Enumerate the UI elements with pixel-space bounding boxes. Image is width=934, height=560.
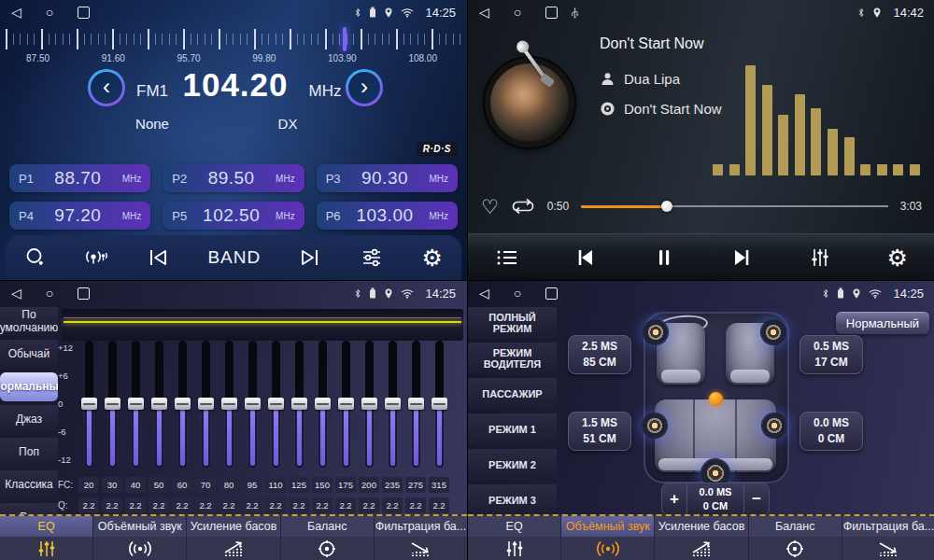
tab-eq[interactable]: EQ xyxy=(468,516,561,537)
fc-value[interactable]: 315 xyxy=(429,477,449,493)
slider-handle[interactable] xyxy=(268,398,284,410)
q-value[interactable]: 2.2 xyxy=(312,497,333,513)
recents-icon[interactable] xyxy=(545,287,558,300)
fc-value[interactable]: 275 xyxy=(405,477,426,493)
q-value[interactable]: 2.2 xyxy=(149,497,169,513)
mode-full[interactable]: ПОЛНЫЙ РЕЖИМ xyxy=(468,307,557,339)
q-value[interactable]: 2.2 xyxy=(289,497,309,513)
mode-3[interactable]: РЕЖИМ 3 xyxy=(468,484,557,516)
bass-boost-tab-icon[interactable] xyxy=(655,537,748,560)
eq-band-slider[interactable] xyxy=(102,341,122,468)
front-right-delay-button[interactable]: 0.5 MS17 CM xyxy=(800,335,863,374)
eq-band-slider[interactable] xyxy=(172,341,192,468)
broadcast-icon[interactable] xyxy=(84,246,108,269)
eq-tab-icon[interactable] xyxy=(0,537,93,560)
sound-preset-button[interactable]: Нормальный xyxy=(836,312,929,334)
rear-right-speaker-icon[interactable] xyxy=(762,413,786,438)
equalizer-icon[interactable] xyxy=(808,246,832,269)
settings-gear-icon[interactable]: ⚙ xyxy=(422,246,443,270)
eq-band-slider[interactable] xyxy=(219,341,239,468)
eq-band-slider[interactable] xyxy=(429,341,449,468)
recents-icon[interactable] xyxy=(78,7,90,19)
slider-handle[interactable] xyxy=(151,398,167,410)
eq-preset-classic[interactable]: Классика xyxy=(0,470,58,499)
tuning-dial[interactable] xyxy=(6,29,461,49)
settings-gear-icon[interactable]: ⚙ xyxy=(886,246,907,270)
slider-handle[interactable] xyxy=(385,398,401,410)
repeat-icon[interactable] xyxy=(511,197,535,216)
fc-value[interactable]: 50 xyxy=(149,477,169,493)
eq-preset-default[interactable]: По умолчанию xyxy=(0,307,58,336)
slider-handle[interactable] xyxy=(291,398,307,410)
rear-left-delay-button[interactable]: 1.5 MS51 CM xyxy=(568,412,631,451)
eq-band-slider[interactable] xyxy=(335,341,356,468)
slider-handle[interactable] xyxy=(315,398,331,410)
slider-handle[interactable] xyxy=(198,398,214,410)
fc-value[interactable]: 235 xyxy=(382,477,403,493)
decrease-delay-button[interactable]: − xyxy=(744,483,769,515)
back-icon[interactable]: ◁ xyxy=(11,0,21,24)
recents-icon[interactable] xyxy=(78,287,90,300)
front-right-speaker-icon[interactable] xyxy=(761,320,785,344)
playlist-icon[interactable] xyxy=(495,246,519,269)
slider-handle[interactable] xyxy=(245,398,261,410)
listening-position-marker[interactable] xyxy=(709,392,723,406)
preset-button-3[interactable]: P390.30MHz xyxy=(317,164,458,192)
fc-value[interactable]: 80 xyxy=(219,477,239,493)
filter-tab-icon[interactable] xyxy=(842,537,934,560)
preset-button-1[interactable]: P188.70MHz xyxy=(9,164,150,192)
back-icon[interactable]: ◁ xyxy=(479,281,489,305)
eq-preset-custom[interactable]: Обычай xyxy=(0,340,58,369)
q-value[interactable]: 2.2 xyxy=(242,497,262,513)
fc-value[interactable]: 70 xyxy=(195,477,216,493)
eq-band-slider[interactable] xyxy=(289,341,309,468)
fc-value[interactable]: 200 xyxy=(359,477,379,493)
fc-value[interactable]: 150 xyxy=(312,477,333,493)
back-icon[interactable]: ◁ xyxy=(11,281,21,305)
increase-delay-button[interactable]: + xyxy=(662,483,686,515)
bass-boost-tab-icon[interactable] xyxy=(187,537,280,560)
balance-tab-icon[interactable] xyxy=(749,537,842,560)
fc-value[interactable]: 175 xyxy=(335,477,356,493)
eq-preset-normal[interactable]: Нормальный xyxy=(0,372,58,401)
home-icon[interactable]: ○ xyxy=(46,281,53,305)
favorite-icon[interactable]: ♡ xyxy=(481,197,499,217)
q-value[interactable]: 2.2 xyxy=(219,497,239,513)
eq-band-slider[interactable] xyxy=(242,341,262,468)
fc-value[interactable]: 20 xyxy=(78,477,99,493)
slider-handle[interactable] xyxy=(128,398,144,410)
rear-left-speaker-icon[interactable] xyxy=(643,413,667,438)
fc-value[interactable]: 95 xyxy=(242,477,262,493)
filter-tab-icon[interactable] xyxy=(375,537,467,560)
slider-handle[interactable] xyxy=(338,398,354,410)
preset-button-2[interactable]: P289.50MHz xyxy=(163,164,304,192)
pause-icon[interactable] xyxy=(653,246,675,269)
band-button[interactable]: BAND xyxy=(207,247,261,268)
slider-handle[interactable] xyxy=(361,398,377,410)
surround-tab-icon[interactable] xyxy=(93,537,187,560)
surround-tab-icon[interactable] xyxy=(561,537,655,560)
eq-band-slider[interactable] xyxy=(125,341,146,468)
q-value[interactable]: 2.2 xyxy=(102,497,122,513)
eq-band-slider[interactable] xyxy=(78,341,99,468)
q-value[interactable]: 2.2 xyxy=(195,497,216,513)
preset-button-6[interactable]: P6103.00MHz xyxy=(317,202,458,230)
tab-balance[interactable]: Баланс xyxy=(281,516,375,537)
front-left-speaker-icon[interactable] xyxy=(644,320,668,344)
tab-filter[interactable]: Фильтрация ба... xyxy=(375,516,467,537)
slider-handle[interactable] xyxy=(105,398,120,410)
home-icon[interactable]: ○ xyxy=(46,0,53,24)
eq-band-slider[interactable] xyxy=(405,341,426,468)
tab-surround[interactable]: Объёмный звук xyxy=(561,516,655,537)
home-icon[interactable]: ○ xyxy=(514,0,521,24)
fc-value[interactable]: 40 xyxy=(125,477,146,493)
back-icon[interactable]: ◁ xyxy=(479,0,489,24)
eq-band-slider[interactable] xyxy=(149,341,169,468)
tab-bass-boost[interactable]: Усиление басов xyxy=(655,516,748,537)
balance-tab-icon[interactable] xyxy=(281,537,375,560)
rear-right-delay-button[interactable]: 0.0 MS0 CM xyxy=(800,412,863,451)
q-value[interactable]: 2.2 xyxy=(265,497,286,513)
progress-knob[interactable] xyxy=(661,201,672,212)
slider-handle[interactable] xyxy=(175,398,191,410)
eq-band-slider[interactable] xyxy=(359,341,379,468)
